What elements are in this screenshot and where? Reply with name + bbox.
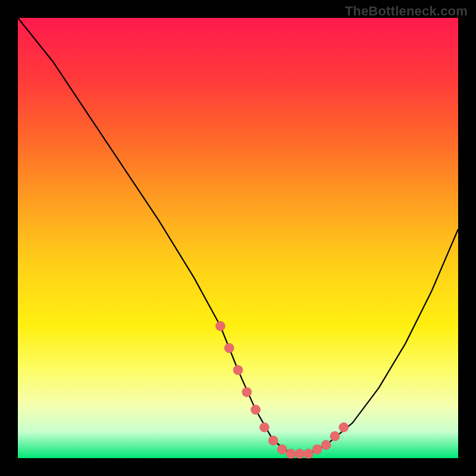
marker-point (277, 444, 287, 454)
chart-frame: TheBottleneck.com (0, 0, 476, 476)
marker-point (233, 365, 243, 375)
marker-point (268, 436, 278, 445)
marker-point (286, 449, 296, 459)
marker-point (251, 405, 261, 415)
watermark-text: TheBottleneck.com (345, 4, 468, 19)
chart-svg (18, 18, 458, 458)
bottleneck-curve (18, 18, 458, 454)
marker-point (321, 440, 331, 450)
marker-point (303, 449, 313, 459)
marker-point (330, 431, 340, 441)
plot-area (18, 18, 458, 458)
marker-group (215, 321, 348, 459)
marker-point (339, 422, 349, 432)
marker-point (224, 343, 234, 353)
marker-point (312, 444, 322, 454)
marker-point (259, 422, 269, 432)
marker-point (242, 387, 252, 397)
marker-point (295, 449, 305, 459)
marker-point (215, 321, 225, 331)
